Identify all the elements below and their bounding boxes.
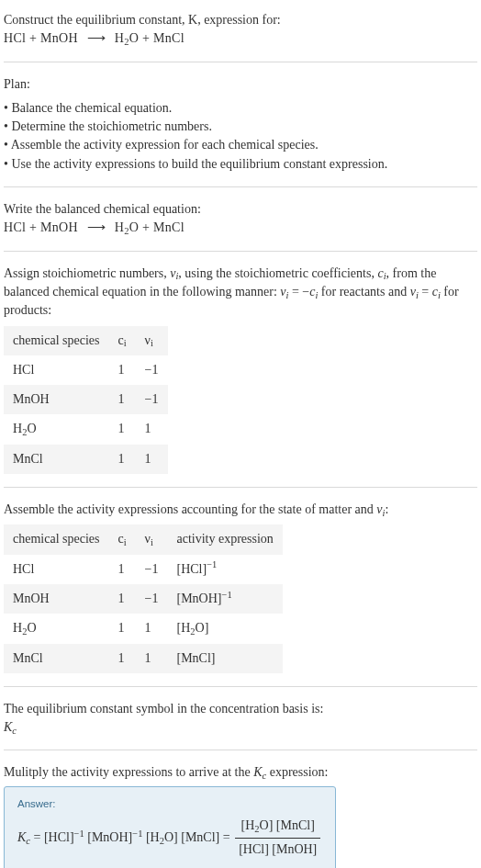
stoich-section: Assign stoichiometric numbers, νi, using…	[4, 265, 477, 474]
col-nui: νi	[136, 524, 168, 554]
table-row: MnCl 1 1 [MnCl]	[4, 644, 283, 673]
cell-species: MnCl	[4, 644, 108, 673]
plan-section: Plan: • Balance the chemical equation. •…	[4, 75, 477, 174]
cell-species: MnOH	[4, 584, 108, 614]
divider	[4, 686, 477, 687]
cell-species: HCl	[4, 355, 108, 385]
table-row: MnOH 1 −1 [MnOH]−1	[4, 584, 283, 614]
plan-item: • Balance the chemical equation.	[4, 99, 477, 118]
cell-nui: −1	[136, 355, 168, 385]
table-row: H2O 1 1 [H2O]	[4, 614, 283, 643]
answer-numerator: [H2O] [MnCl]	[235, 817, 320, 837]
table-row: HCl 1 −1 [HCl]−1	[4, 555, 283, 584]
cell-ci: 1	[108, 584, 135, 614]
balanced-equation-section: Write the balanced chemical equation: HC…	[4, 200, 477, 238]
cell-nui: 1	[136, 644, 168, 673]
stoich-text: Assign stoichiometric numbers, νi, using…	[4, 265, 477, 321]
multiply-section: Mulitply the activity expressions to arr…	[4, 763, 477, 868]
cell-ci: 1	[108, 644, 135, 673]
cell-ci: 1	[108, 555, 135, 584]
table-row: H2O 1 1	[4, 414, 168, 444]
stoich-table: chemical species ci νi HCl 1 −1 MnOH 1 −…	[4, 326, 168, 474]
cell-nui: −1	[136, 385, 168, 414]
answer-box: Answer: Kc = [HCl]−1 [MnOH]−1 [H2O] [MnC…	[4, 786, 336, 868]
col-species: chemical species	[4, 326, 108, 355]
cell-ci: 1	[108, 614, 135, 643]
cell-activity-expr: [HCl]−1	[168, 555, 283, 584]
cell-ci: 1	[108, 414, 135, 444]
multiply-title: Mulitply the activity expressions to arr…	[4, 763, 477, 782]
answer-expression: Kc = [HCl]−1 [MnOH]−1 [H2O] [MnCl] = [H2…	[17, 817, 322, 859]
cell-nui: 1	[136, 445, 168, 474]
header-line1: Construct the equilibrium constant, K, e…	[4, 11, 477, 29]
answer-denominator: [HCl] [MnOH]	[235, 838, 320, 859]
divider	[4, 62, 477, 62]
activity-section: Assemble the activity expressions accoun…	[4, 501, 477, 673]
activity-title: Assemble the activity expressions accoun…	[4, 501, 477, 519]
divider	[4, 750, 477, 750]
plan-item: • Assemble the activity expression for e…	[4, 136, 477, 154]
symbol-section: The equilibrium constant symbol in the c…	[4, 700, 477, 738]
table-row: MnOH 1 −1	[4, 385, 168, 414]
cell-species: MnOH	[4, 385, 108, 414]
plan-title: Plan:	[4, 75, 477, 94]
divider	[4, 251, 477, 252]
cell-species: H2O	[4, 614, 108, 643]
header-section: Construct the equilibrium constant, K, e…	[4, 11, 477, 49]
cell-ci: 1	[108, 385, 135, 414]
balanced-equation: HCl + MnOH ⟶ H2O + MnCl	[4, 219, 477, 237]
table-header-row: chemical species ci νi activity expressi…	[4, 524, 283, 554]
cell-ci: 1	[108, 355, 135, 385]
cell-nui: −1	[136, 555, 168, 584]
table-header-row: chemical species ci νi	[4, 326, 168, 355]
cell-activity-expr: [H2O]	[168, 614, 283, 643]
col-ci: ci	[108, 524, 135, 554]
divider	[4, 186, 477, 187]
divider	[4, 487, 477, 488]
table-row: MnCl 1 1	[4, 445, 168, 474]
cell-activity-expr: [MnOH]−1	[168, 584, 283, 614]
col-species: chemical species	[4, 524, 108, 554]
plan-item: • Use the activity expressions to build …	[4, 155, 477, 174]
cell-nui: 1	[136, 614, 168, 643]
cell-nui: 1	[136, 414, 168, 444]
activity-table: chemical species ci νi activity expressi…	[4, 524, 283, 672]
symbol-value: Kc	[4, 718, 477, 737]
cell-species: H2O	[4, 414, 108, 444]
balanced-title: Write the balanced chemical equation:	[4, 200, 477, 219]
table-row: HCl 1 −1	[4, 355, 168, 385]
answer-fraction: [H2O] [MnCl] [HCl] [MnOH]	[235, 817, 320, 859]
cell-ci: 1	[108, 445, 135, 474]
header-equation: HCl + MnOH ⟶ H2O + MnCl	[4, 29, 477, 48]
cell-activity-expr: [MnCl]	[168, 644, 283, 673]
symbol-title: The equilibrium constant symbol in the c…	[4, 700, 477, 718]
col-ci: ci	[108, 326, 135, 355]
answer-label: Answer:	[17, 796, 322, 812]
col-activity-expr: activity expression	[168, 524, 283, 554]
col-nui: νi	[136, 326, 168, 355]
cell-nui: −1	[136, 584, 168, 614]
plan-item: • Determine the stoichiometric numbers.	[4, 118, 477, 136]
cell-species: HCl	[4, 555, 108, 584]
answer-lhs: Kc = [HCl]−1 [MnOH]−1 [H2O] [MnCl] =	[17, 830, 233, 844]
cell-species: MnCl	[4, 445, 108, 474]
